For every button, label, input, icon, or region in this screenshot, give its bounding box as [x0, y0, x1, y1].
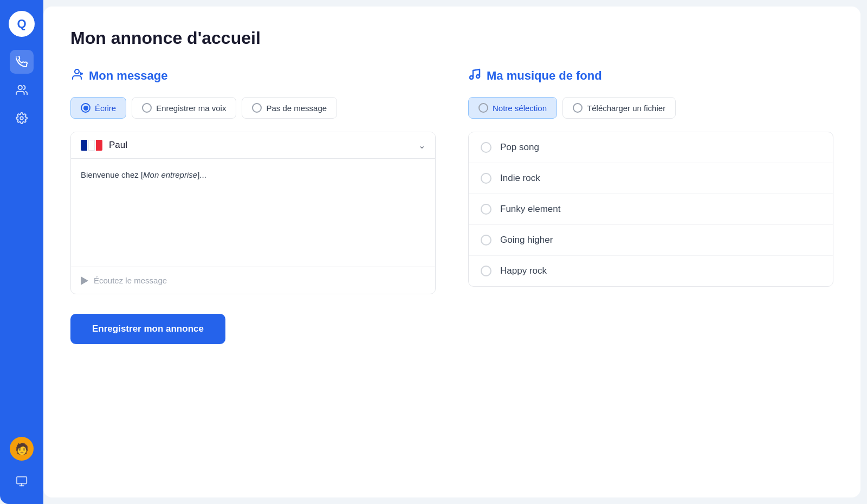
- music-section-header: Ma musique de fond: [468, 68, 833, 84]
- message-section-header: Mon message: [70, 68, 436, 84]
- voice-message-box: Paul ⌄ Bienvenue chez [Mon entreprise]..…: [70, 132, 436, 294]
- music-track-list: Pop song Indie rock Funky element Going …: [468, 132, 833, 287]
- tab-telecharger-label: Télécharger un fichier: [587, 104, 665, 113]
- message-section-title: Mon message: [89, 69, 168, 83]
- sidebar-item-settings[interactable]: [10, 106, 34, 130]
- radio-happy-rock: [481, 266, 491, 276]
- svg-point-5: [75, 69, 79, 74]
- music-section-title: Ma musique de fond: [487, 69, 602, 83]
- voice-name: Paul: [109, 140, 412, 151]
- radio-funky-element: [481, 204, 491, 215]
- track-happy-rock-label: Happy rock: [500, 266, 547, 276]
- radio-dot-telecharger: [573, 103, 583, 113]
- radio-pop-song: [481, 142, 491, 153]
- play-icon: [81, 276, 88, 285]
- radio-dot-enregistrer: [142, 103, 152, 113]
- panel-toggle-icon[interactable]: [10, 469, 34, 493]
- svg-point-7: [476, 75, 480, 78]
- tab-notre-selection-label: Notre sélection: [493, 104, 547, 113]
- track-going-higher[interactable]: Going higher: [469, 225, 833, 256]
- tab-enregistrer[interactable]: Enregistrer ma voix: [132, 97, 236, 119]
- user-avatar[interactable]: 🧑: [10, 437, 34, 461]
- logo[interactable]: Q: [9, 11, 35, 37]
- track-indie-rock[interactable]: Indie rock: [469, 163, 833, 194]
- two-column-layout: Mon message Écrire Enregistrer ma voix P…: [70, 68, 833, 344]
- radio-going-higher: [481, 235, 491, 245]
- listen-button[interactable]: Écoutez le message: [71, 267, 435, 294]
- voice-dropdown[interactable]: Paul ⌄: [71, 132, 435, 159]
- sidebar-item-phone[interactable]: [10, 50, 34, 74]
- tab-enregistrer-label: Enregistrer ma voix: [156, 104, 226, 113]
- tab-telecharger[interactable]: Télécharger un fichier: [562, 97, 676, 119]
- message-text[interactable]: Bienvenue chez [Mon entreprise]...: [71, 159, 435, 267]
- flag-fr: [81, 140, 102, 151]
- sidebar-item-users[interactable]: [10, 78, 34, 102]
- svg-point-1: [20, 117, 23, 120]
- tab-notre-selection[interactable]: Notre sélection: [468, 97, 557, 119]
- track-going-higher-label: Going higher: [500, 235, 553, 245]
- save-button[interactable]: Enregistrer mon annonce: [70, 314, 225, 344]
- radio-indie-rock: [481, 173, 491, 184]
- track-happy-rock[interactable]: Happy rock: [469, 256, 833, 286]
- music-tab-group: Notre sélection Télécharger un fichier: [468, 97, 833, 119]
- main-content: Mon annonce d'accueil Mon message: [43, 7, 860, 497]
- listen-label: Écoutez le message: [94, 276, 167, 285]
- track-funky-element[interactable]: Funky element: [469, 194, 833, 225]
- svg-point-6: [470, 76, 473, 79]
- tab-ecrire-label: Écrire: [95, 104, 116, 113]
- music-section: Ma musique de fond Notre sélection Téléc…: [468, 68, 833, 344]
- tab-ecrire[interactable]: Écrire: [70, 97, 126, 119]
- music-section-icon: [468, 68, 481, 84]
- tab-pas-label: Pas de message: [266, 104, 327, 113]
- track-funky-element-label: Funky element: [500, 204, 561, 215]
- chevron-down-icon: ⌄: [418, 140, 425, 151]
- message-section: Mon message Écrire Enregistrer ma voix P…: [70, 68, 436, 344]
- track-pop-song[interactable]: Pop song: [469, 132, 833, 163]
- track-pop-song-label: Pop song: [500, 142, 539, 153]
- message-tab-group: Écrire Enregistrer ma voix Pas de messag…: [70, 97, 436, 119]
- page-title: Mon annonce d'accueil: [70, 28, 833, 48]
- radio-dot-notre-selection: [478, 103, 488, 113]
- radio-dot-ecrire: [81, 103, 90, 113]
- svg-point-0: [18, 86, 22, 89]
- radio-dot-pas: [252, 103, 262, 113]
- message-section-icon: [70, 68, 83, 84]
- tab-pas-de-message[interactable]: Pas de message: [242, 97, 337, 119]
- svg-rect-2: [17, 477, 27, 484]
- sidebar: Q 🧑: [0, 0, 43, 504]
- track-indie-rock-label: Indie rock: [500, 173, 540, 184]
